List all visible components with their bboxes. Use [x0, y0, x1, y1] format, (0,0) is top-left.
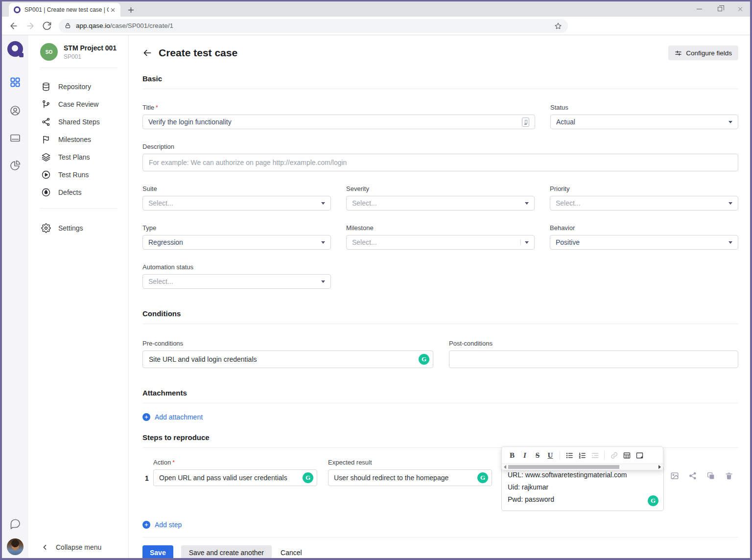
behavior-label: Behavior — [550, 224, 575, 232]
collapse-menu-button[interactable]: Collapse menu — [41, 543, 101, 551]
add-attachment-button[interactable]: Add attachment — [142, 413, 203, 421]
severity-select[interactable]: Select... — [346, 196, 535, 210]
severity-value: Select... — [352, 199, 377, 207]
type-label: Type — [142, 224, 156, 232]
priority-select[interactable]: Select... — [550, 196, 738, 210]
new-tab-button[interactable] — [127, 3, 135, 17]
scroll-left-arrow[interactable] — [504, 465, 506, 469]
sidebar-item-defects[interactable]: Defects — [28, 184, 128, 201]
bullet-list-icon[interactable] — [563, 449, 576, 461]
toolbar-scrollbar[interactable] — [502, 464, 663, 470]
projects-grid-icon[interactable] — [9, 76, 21, 88]
account-icon[interactable] — [9, 105, 21, 117]
milestone-select[interactable]: Select... — [346, 235, 535, 250]
sidebar-item-test-runs[interactable]: Test Runs — [28, 166, 128, 184]
strikethrough-button[interactable]: S — [531, 449, 544, 461]
priority-value: Select... — [556, 199, 581, 207]
case-review-icon — [41, 99, 51, 109]
automation-status-select[interactable]: Select... — [142, 274, 331, 289]
grammarly-badge[interactable]: G — [419, 354, 429, 365]
step-data-input[interactable]: URL: www.softwaretestingmaterial.com Uid… — [501, 466, 664, 511]
scroll-right-arrow[interactable] — [658, 465, 661, 469]
save-and-create-another-button[interactable]: Save and create another — [181, 545, 272, 558]
italic-button[interactable]: I — [518, 449, 531, 461]
tab-title: SP001 | Create new test case | Qa — [24, 6, 109, 13]
project-code: SP001 — [64, 53, 117, 60]
configure-fields-button[interactable]: Configure fields — [668, 46, 738, 60]
grammarly-badge[interactable]: G — [477, 472, 488, 483]
field-hint-icon — [522, 117, 529, 127]
add-step-button[interactable]: Add step — [142, 521, 182, 529]
add-attachment-label: Add attachment — [155, 413, 203, 421]
ordered-list-icon[interactable] — [576, 449, 588, 461]
chevron-left-icon — [41, 543, 49, 551]
step-data-line: Pwd: password — [508, 493, 658, 506]
workspace-card-icon[interactable] — [9, 132, 21, 144]
forward-icon[interactable] — [25, 21, 35, 31]
chevron-down-icon — [728, 121, 732, 123]
milestones-icon — [41, 135, 51, 144]
reports-pie-icon[interactable] — [9, 160, 21, 171]
post-conditions-input[interactable] — [449, 350, 738, 368]
browser-tab[interactable]: SP001 | Create new test case | Qa — [9, 3, 120, 17]
share-step-icon[interactable] — [688, 471, 697, 480]
behavior-select[interactable]: Positive — [550, 235, 738, 250]
table-icon[interactable] — [620, 449, 633, 461]
title-input[interactable]: Verify the login functionality — [142, 115, 535, 129]
qase-logo[interactable] — [7, 41, 23, 57]
step-action-input[interactable]: Open URL and pass valid user credentials… — [153, 469, 317, 486]
save-button[interactable]: Save — [142, 545, 173, 558]
window-restore-button[interactable] — [717, 6, 723, 12]
section-basic: Basic — [142, 74, 738, 89]
project-switcher[interactable]: SO STM Project 001 SP001 — [28, 43, 128, 61]
attach-image-icon[interactable] — [670, 471, 679, 480]
step-expected-input[interactable]: User should redirect to the homepage G — [328, 469, 492, 486]
description-input[interactable]: For example: We can authorize on page ht… — [142, 154, 738, 171]
grammarly-badge[interactable]: G — [303, 472, 313, 483]
status-select[interactable]: Actual — [550, 115, 738, 129]
indent-icon — [588, 449, 601, 461]
sidebar-item-label: Defects — [58, 188, 81, 196]
scrollbar-thumb[interactable] — [508, 465, 619, 469]
bold-button[interactable]: B — [506, 449, 518, 461]
sidebar-item-settings[interactable]: Settings — [28, 219, 128, 237]
address-bar[interactable]: app.qase.io/case/SP001/create/1 — [59, 19, 568, 33]
page-back-icon[interactable] — [142, 48, 152, 58]
window-close-button[interactable] — [737, 6, 743, 12]
behavior-value: Positive — [556, 238, 580, 246]
chevron-down-icon — [321, 280, 325, 283]
plus-circle-icon — [142, 413, 150, 421]
status-value: Actual — [556, 118, 575, 126]
grammarly-badge[interactable]: G — [648, 495, 658, 506]
image-insert-icon[interactable] — [633, 449, 646, 461]
description-label: Description — [142, 143, 174, 150]
duplicate-step-icon[interactable] — [706, 471, 715, 480]
sidebar-item-test-plans[interactable]: Test Plans — [28, 148, 128, 166]
user-avatar[interactable] — [7, 538, 24, 555]
tab-close-icon[interactable] — [109, 6, 117, 14]
chat-bubble-icon[interactable] — [9, 518, 21, 530]
link-icon — [608, 449, 620, 461]
cancel-button[interactable]: Cancel — [281, 549, 302, 557]
reload-icon[interactable] — [42, 21, 52, 31]
sidebar-item-repository[interactable]: Repository — [28, 78, 128, 95]
back-icon[interactable] — [9, 21, 19, 31]
test-runs-icon — [41, 170, 51, 180]
window-minimize-button[interactable] — [696, 6, 702, 12]
step-expected-value: User should redirect to the homepage — [334, 474, 448, 482]
shared-steps-icon — [41, 117, 51, 127]
bookmark-star-icon[interactable] — [554, 22, 562, 30]
suite-select[interactable]: Select... — [142, 196, 331, 210]
underline-button[interactable]: U — [544, 449, 557, 461]
chevron-down-icon — [321, 241, 325, 244]
step-data-line: URL: www.softwaretestingmaterial.com — [508, 469, 658, 481]
type-select[interactable]: Regression — [142, 235, 331, 250]
sidebar-item-milestones[interactable]: Milestones — [28, 131, 128, 148]
suite-label: Suite — [142, 185, 157, 192]
delete-step-icon[interactable] — [725, 471, 733, 480]
description-placeholder: For example: We can authorize on page ht… — [149, 159, 347, 166]
pre-conditions-input[interactable]: Site URL and valid login credentials G — [142, 350, 433, 368]
sidebar-item-shared-steps[interactable]: Shared Steps — [28, 113, 128, 131]
defects-icon — [41, 187, 51, 197]
sidebar-item-case-review[interactable]: Case Review — [28, 95, 128, 113]
